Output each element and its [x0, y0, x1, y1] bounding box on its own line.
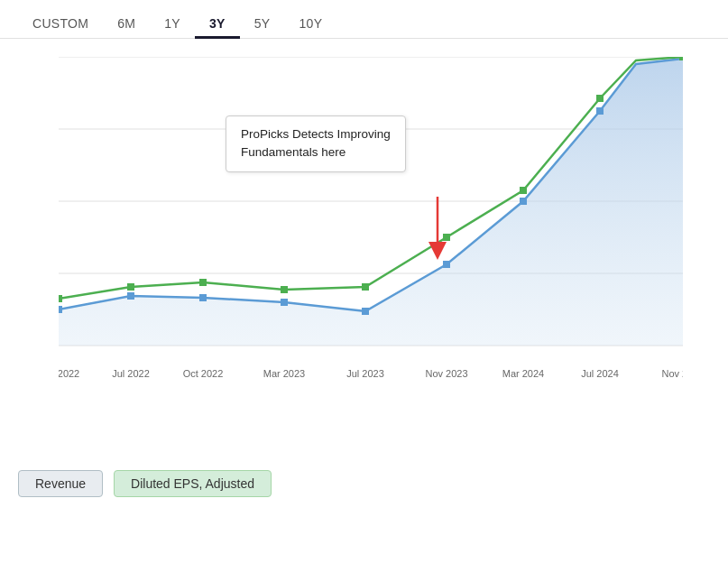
eps-dot [127, 283, 134, 291]
tab-custom[interactable]: CUSTOM [18, 9, 103, 38]
tab-1y[interactable]: 1Y [150, 9, 195, 38]
chart-legend: Revenue Diluted EPS, Adjusted [0, 463, 728, 506]
revenue-dot [127, 292, 134, 300]
legend-revenue[interactable]: Revenue [18, 470, 103, 497]
svg-text:Mar 2023: Mar 2023 [263, 368, 305, 379]
svg-text:Oct 2022: Oct 2022 [183, 368, 224, 379]
tooltip-line1: ProPicks Detects Improving [241, 127, 391, 141]
svg-text:Nov 2023: Nov 2023 [425, 368, 467, 379]
svg-text:Jul 2024: Jul 2024 [581, 368, 619, 379]
revenue-dot [281, 299, 288, 306]
eps-dot [59, 295, 62, 302]
tooltip-line2: Fundamentals here [241, 145, 346, 159]
tab-10y[interactable]: 10Y [284, 9, 336, 38]
eps-dot [199, 279, 207, 286]
main-container: CUSTOM 6M 1Y 3Y 5Y 10Y 100 B 80 B 60 B [0, 0, 728, 563]
revenue-area [59, 59, 683, 346]
eps-dot [443, 234, 450, 241]
eps-dot [281, 286, 288, 293]
tab-6m[interactable]: 6M [103, 9, 150, 38]
tab-3y[interactable]: 3Y [195, 9, 240, 38]
time-tabs: CUSTOM 6M 1Y 3Y 5Y 10Y [0, 0, 728, 39]
annotation-tooltip: ProPicks Detects Improving Fundamentals … [226, 115, 406, 172]
eps-dot [596, 95, 604, 102]
revenue-dot [443, 261, 450, 268]
chart-area: 100 B 80 B 60 B 40 B $2 $1.50 $1 $0.50 $… [0, 48, 728, 463]
eps-dot [520, 187, 527, 194]
tab-5y[interactable]: 5Y [240, 9, 285, 38]
revenue-dot [199, 294, 207, 301]
svg-text:Mar 2024: Mar 2024 [502, 368, 544, 379]
svg-text:Mar 2022: Mar 2022 [59, 368, 79, 379]
svg-text:Nov 2024: Nov 2024 [661, 368, 683, 379]
revenue-dot [362, 308, 369, 315]
eps-dot [679, 57, 683, 60]
revenue-dot [596, 107, 604, 115]
legend-eps[interactable]: Diluted EPS, Adjusted [114, 470, 272, 497]
svg-text:Jul 2023: Jul 2023 [346, 368, 384, 379]
chart-svg: 100 B 80 B 60 B 40 B $2 $1.50 $1 $0.50 $… [59, 57, 683, 418]
svg-text:Jul 2022: Jul 2022 [112, 368, 150, 379]
revenue-dot [59, 306, 62, 313]
revenue-dot [520, 198, 527, 205]
eps-dot [362, 283, 369, 291]
